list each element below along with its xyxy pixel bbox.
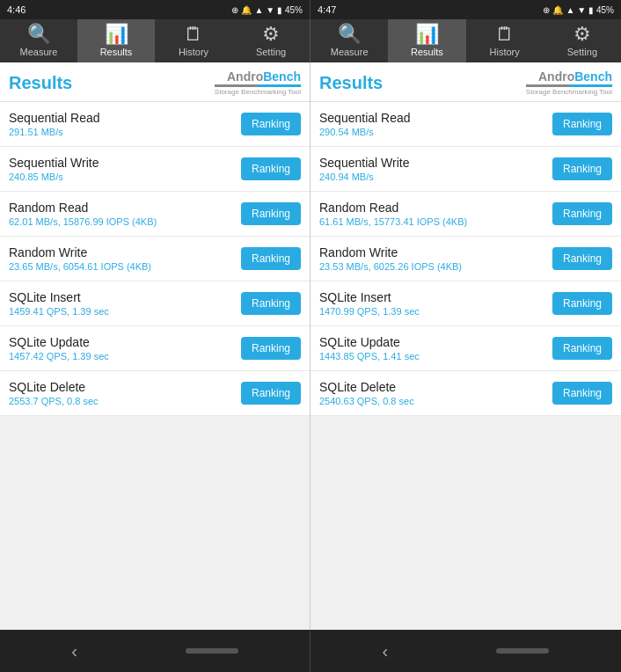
result-name-2-left: Random Read bbox=[9, 201, 157, 215]
ranking-btn-0-right[interactable]: Ranking bbox=[552, 113, 612, 135]
result-row-sqlite-insert-right: SQLite Insert 1470.99 QPS, 1.39 sec Rank… bbox=[310, 281, 621, 326]
nav-results-left[interactable]: 📊 Results bbox=[77, 19, 155, 62]
ranking-btn-2-left[interactable]: Ranking bbox=[241, 202, 301, 225]
bluetooth-icon: ⊕ bbox=[231, 5, 238, 15]
result-name-0-left: Sequential Read bbox=[9, 111, 100, 125]
result-row-sequential-read-left: Sequential Read 291.51 MB/s Ranking bbox=[0, 102, 310, 147]
result-name-4-left: SQLite Insert bbox=[9, 290, 109, 304]
status-bar-right: 4:47 ⊕ 🔔 ▲ ▼ ▮ 45% bbox=[310, 0, 621, 19]
ranking-btn-5-left[interactable]: Ranking bbox=[241, 337, 301, 360]
result-value-1-left: 240.85 MB/s bbox=[9, 172, 99, 182]
ranking-btn-1-left[interactable]: Ranking bbox=[241, 157, 301, 180]
home-pill-right[interactable] bbox=[496, 648, 549, 654]
result-value-4-left: 1459.41 QPS, 1.39 sec bbox=[9, 306, 109, 317]
result-row-sqlite-delete-right: SQLite Delete 2540.63 QPS, 0.8 sec Ranki… bbox=[310, 371, 621, 416]
results-label-left: Results bbox=[100, 47, 133, 57]
nav-bar-left: 🔍 Measure 📊 Results 🗒 History ⚙ Setting bbox=[0, 19, 310, 62]
result-value-3-right: 23.53 MB/s, 6025.26 IOPS (4KB) bbox=[319, 261, 462, 272]
results-label-right: Results bbox=[411, 47, 443, 57]
nav-setting-left[interactable]: ⚙ Setting bbox=[232, 19, 310, 62]
setting-label-right: Setting bbox=[567, 47, 597, 57]
wifi-icon-r: ▼ bbox=[577, 5, 586, 15]
result-row-sequential-write-left: Sequential Write 240.85 MB/s Ranking bbox=[0, 147, 310, 192]
result-value-0-left: 291.51 MB/s bbox=[9, 127, 100, 137]
result-value-3-left: 23.65 MB/s, 6054.61 IOPS (4KB) bbox=[9, 261, 151, 272]
ranking-btn-4-left[interactable]: Ranking bbox=[241, 292, 301, 315]
nav-history-left[interactable]: 🗒 History bbox=[155, 19, 232, 62]
status-icons-left: ⊕ 🔔 ▲ ▼ ▮ 45% bbox=[231, 5, 303, 15]
result-name-5-left: SQLite Update bbox=[9, 335, 109, 349]
result-value-2-left: 62.01 MB/s, 15876.99 IOPS (4KB) bbox=[9, 216, 157, 227]
result-value-6-right: 2540.63 QPS, 0.8 sec bbox=[319, 396, 414, 406]
androbench-logo-left: AndroBench Storage Benchmarking Tool bbox=[215, 69, 301, 96]
status-bar-left: 4:46 ⊕ 🔔 ▲ ▼ ▮ 45% bbox=[0, 0, 310, 19]
battery-left: ▮ 45% bbox=[277, 5, 303, 15]
ranking-btn-6-left[interactable]: Ranking bbox=[241, 382, 301, 405]
result-row-sequential-read-right: Sequential Read 290.54 MB/s Ranking bbox=[310, 102, 621, 147]
content-area: Results AndroBench Storage Benchmarking … bbox=[0, 62, 621, 630]
nav-setting-right[interactable]: ⚙ Setting bbox=[544, 19, 621, 62]
panel-right: Results AndroBench Storage Benchmarking … bbox=[310, 62, 621, 630]
volume-icon-r: 🔔 bbox=[552, 5, 563, 15]
setting-icon-left: ⚙ bbox=[262, 25, 280, 44]
logo-sub-right: Storage Benchmarking Tool bbox=[526, 88, 612, 96]
result-row-random-read-right: Random Read 61.61 MB/s, 15773.41 IOPS (4… bbox=[310, 192, 621, 237]
ranking-btn-1-right[interactable]: Ranking bbox=[552, 157, 612, 180]
logo-sub-left: Storage Benchmarking Tool bbox=[215, 88, 301, 96]
status-icons-right: ⊕ 🔔 ▲ ▼ ▮ 45% bbox=[543, 5, 614, 15]
measure-label-right: Measure bbox=[331, 47, 369, 57]
nav-bar-right: 🔍 Measure 📊 Results 🗒 History ⚙ Setting bbox=[310, 19, 621, 62]
result-row-sqlite-delete-left: SQLite Delete 2553.7 QPS, 0.8 sec Rankin… bbox=[0, 371, 310, 416]
androbench-logo-right: AndroBench Storage Benchmarking Tool bbox=[526, 69, 612, 96]
status-bars: 4:46 ⊕ 🔔 ▲ ▼ ▮ 45% 4:47 ⊕ 🔔 ▲ ▼ ▮ 45% bbox=[0, 0, 621, 19]
history-label-left: History bbox=[179, 47, 208, 57]
ranking-btn-2-right[interactable]: Ranking bbox=[552, 202, 612, 225]
result-row-sequential-write-right: Sequential Write 240.94 MB/s Ranking bbox=[310, 147, 621, 192]
result-value-6-left: 2553.7 QPS, 0.8 sec bbox=[9, 396, 99, 406]
nav-history-right[interactable]: 🗒 History bbox=[466, 19, 544, 62]
result-value-4-right: 1470.99 QPS, 1.39 sec bbox=[319, 306, 420, 317]
nav-results-right[interactable]: 📊 Results bbox=[388, 19, 465, 62]
bluetooth-icon-r: ⊕ bbox=[543, 5, 550, 15]
result-row-random-write-right: Random Write 23.53 MB/s, 6025.26 IOPS (4… bbox=[310, 237, 621, 281]
panel-header-right: Results AndroBench Storage Benchmarking … bbox=[310, 62, 621, 102]
ranking-btn-5-right[interactable]: Ranking bbox=[552, 337, 612, 360]
result-value-5-left: 1457.42 QPS, 1.39 sec bbox=[9, 351, 109, 362]
result-name-6-right: SQLite Delete bbox=[319, 380, 414, 394]
setting-label-left: Setting bbox=[256, 47, 286, 57]
ranking-btn-4-right[interactable]: Ranking bbox=[552, 292, 612, 315]
panel-header-left: Results AndroBench Storage Benchmarking … bbox=[0, 62, 310, 102]
bottom-bar-right: ‹ bbox=[310, 630, 621, 672]
time-left: 4:46 bbox=[7, 4, 26, 15]
result-row-sqlite-update-left: SQLite Update 1457.42 QPS, 1.39 sec Rank… bbox=[0, 326, 310, 371]
result-value-1-right: 240.94 MB/s bbox=[319, 172, 409, 182]
ranking-btn-0-left[interactable]: Ranking bbox=[241, 113, 301, 135]
ranking-btn-3-left[interactable]: Ranking bbox=[241, 247, 301, 270]
measure-label-left: Measure bbox=[20, 47, 58, 57]
volume-icon: 🔔 bbox=[241, 5, 252, 15]
result-row-random-read-left: Random Read 62.01 MB/s, 15876.99 IOPS (4… bbox=[0, 192, 310, 237]
panel-title-left: Results bbox=[9, 73, 72, 93]
result-name-2-right: Random Read bbox=[319, 201, 467, 215]
result-row-random-write-left: Random Write 23.65 MB/s, 6054.61 IOPS (4… bbox=[0, 237, 310, 281]
back-button-right[interactable]: ‹ bbox=[383, 641, 389, 661]
nav-measure-left[interactable]: 🔍 Measure bbox=[0, 19, 77, 62]
results-icon-left: 📊 bbox=[105, 25, 128, 44]
history-label-right: History bbox=[490, 47, 520, 57]
ranking-btn-3-right[interactable]: Ranking bbox=[552, 247, 612, 270]
back-button-left[interactable]: ‹ bbox=[71, 641, 77, 661]
result-row-sqlite-insert-left: SQLite Insert 1459.41 QPS, 1.39 sec Rank… bbox=[0, 281, 310, 326]
home-pill-left[interactable] bbox=[186, 648, 238, 654]
bottom-bars: ‹ ‹ bbox=[0, 630, 621, 672]
bottom-bar-left: ‹ bbox=[0, 630, 310, 672]
measure-icon-left: 🔍 bbox=[27, 25, 51, 44]
battery-right: ▮ 45% bbox=[588, 5, 614, 15]
result-name-3-right: Random Write bbox=[319, 245, 462, 259]
panel-left: Results AndroBench Storage Benchmarking … bbox=[0, 62, 310, 630]
result-value-0-right: 290.54 MB/s bbox=[319, 127, 411, 137]
results-icon-right: 📊 bbox=[415, 25, 439, 44]
ranking-btn-6-right[interactable]: Ranking bbox=[552, 382, 612, 405]
nav-measure-right[interactable]: 🔍 Measure bbox=[310, 19, 388, 62]
signal-icon-r: ▲ bbox=[566, 5, 574, 15]
history-icon-right: 🗒 bbox=[495, 25, 515, 44]
